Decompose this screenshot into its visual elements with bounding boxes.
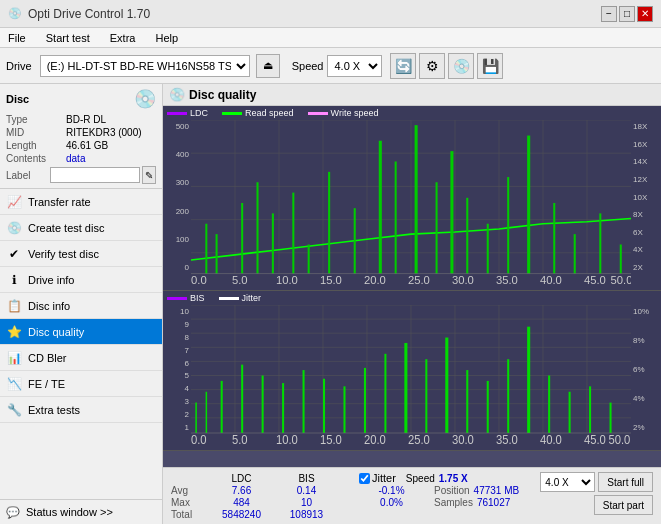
nav-label-cd-bler: CD Bler (28, 352, 67, 364)
disc-panel-title: Disc (6, 93, 29, 105)
app-title: Opti Drive Control 1.70 (28, 7, 150, 21)
svg-text:15.0: 15.0 (320, 274, 342, 286)
length-label: Length (6, 140, 66, 151)
total-bis: 108913 (274, 509, 339, 520)
nav-label-extra-tests: Extra tests (28, 404, 80, 416)
start-full-button[interactable]: Start full (598, 472, 653, 492)
nav-item-transfer-rate[interactable]: 📈 Transfer rate (0, 189, 162, 215)
menu-help[interactable]: Help (151, 30, 182, 46)
svg-text:35.0: 35.0 (496, 434, 518, 446)
svg-text:45.0: 45.0 (584, 274, 606, 286)
mid-label: MID (6, 127, 66, 138)
type-label: Type (6, 114, 66, 125)
samples-value: 761027 (477, 497, 510, 508)
status-window-label: Status window >> (26, 506, 113, 518)
drive-label: Drive (6, 60, 32, 72)
status-window-icon: 💬 (6, 506, 20, 519)
bis-legend-bis: BIS (167, 293, 205, 303)
svg-text:35.0: 35.0 (496, 274, 518, 286)
jitter-checkbox[interactable] (359, 473, 370, 484)
samples-label: Samples (434, 497, 473, 508)
svg-text:50.0 GB: 50.0 GB (611, 274, 631, 286)
nav-item-drive-info[interactable]: ℹ Drive info (0, 267, 162, 293)
chart-title: Disc quality (189, 88, 256, 102)
disc-button[interactable]: 💿 (448, 53, 474, 79)
ldc-header: LDC (209, 473, 274, 484)
disc-icon: 💿 (134, 88, 156, 110)
refresh-button[interactable]: 🔄 (390, 53, 416, 79)
close-button[interactable]: ✕ (637, 6, 653, 22)
menu-file[interactable]: File (4, 30, 30, 46)
disc-panel: Disc 💿 Type BD-R DL MID RITEKDR3 (000) L… (0, 84, 162, 189)
svg-text:5.0: 5.0 (232, 274, 248, 286)
nav-label-disc-info: Disc info (28, 300, 70, 312)
svg-text:5.0: 5.0 (232, 434, 248, 446)
svg-text:40.0: 40.0 (540, 434, 562, 446)
nav-item-disc-quality[interactable]: ⭐ Disc quality (0, 319, 162, 345)
bis-legend-jitter: Jitter (219, 293, 262, 303)
minimize-button[interactable]: − (601, 6, 617, 22)
nav-label-disc-quality: Disc quality (28, 326, 84, 338)
ldc-legend-read: Read speed (222, 108, 294, 118)
svg-text:30.0: 30.0 (452, 434, 474, 446)
svg-text:20.0: 20.0 (364, 434, 386, 446)
cd-bler-icon: 📊 (6, 350, 22, 366)
speed-select[interactable]: 4.0 X (327, 55, 382, 77)
svg-text:25.0: 25.0 (408, 434, 430, 446)
position-label: Position (434, 485, 470, 496)
speed-header: Speed (406, 473, 435, 484)
test-speed-select[interactable]: 4.0 X (540, 472, 595, 492)
titlebar: 💿 Opti Drive Control 1.70 − □ ✕ (0, 0, 661, 28)
label-input[interactable] (50, 167, 140, 183)
nav-item-disc-info[interactable]: 📋 Disc info (0, 293, 162, 319)
svg-text:30.0: 30.0 (452, 274, 474, 286)
eject-button[interactable]: ⏏ (256, 54, 280, 78)
max-bis: 10 (274, 497, 339, 508)
speed-header-value: 1.75 X (439, 473, 468, 484)
svg-text:0.0: 0.0 (191, 434, 207, 446)
nav-label-verify-test-disc: Verify test disc (28, 248, 99, 260)
nav-item-fe-te[interactable]: 📉 FE / TE (0, 371, 162, 397)
nav-item-create-test-disc[interactable]: 💿 Create test disc (0, 215, 162, 241)
nav-item-cd-bler[interactable]: 📊 CD Bler (0, 345, 162, 371)
drive-select[interactable]: (E:) HL-DT-ST BD-RE WH16NS58 TST4 (40, 55, 250, 77)
label-edit-button[interactable]: ✎ (142, 166, 156, 184)
contents-value: data (66, 153, 85, 164)
status-window-button[interactable]: 💬 Status window >> (0, 500, 162, 524)
ldc-legend-write: Write speed (308, 108, 379, 118)
nav-item-extra-tests[interactable]: 🔧 Extra tests (0, 397, 162, 423)
stats-area: LDC BIS Jitter Speed 1.75 X Avg 7.66 (163, 467, 661, 524)
nav-label-drive-info: Drive info (28, 274, 74, 286)
length-value: 46.61 GB (66, 140, 108, 151)
bis-chart: BIS Jitter 10 9 8 7 6 5 4 (163, 291, 661, 451)
svg-text:40.0: 40.0 (540, 274, 562, 286)
label-label: Label (6, 170, 50, 181)
bis-header: BIS (274, 473, 339, 484)
ldc-chart-svg: 0.0 5.0 10.0 15.0 20.0 25.0 30.0 35.0 40… (191, 120, 631, 286)
drive-info-icon: ℹ (6, 272, 22, 288)
total-label: Total (171, 509, 209, 520)
mid-value: RITEKDR3 (000) (66, 127, 142, 138)
avg-label: Avg (171, 485, 209, 496)
ldc-legend-ldc: LDC (167, 108, 208, 118)
chart-header-icon: 💿 (169, 87, 185, 102)
menu-extra[interactable]: Extra (106, 30, 140, 46)
svg-text:25.0: 25.0 (408, 274, 430, 286)
menubar: File Start test Extra Help (0, 28, 661, 48)
settings-button[interactable]: ⚙ (419, 53, 445, 79)
fe-te-icon: 📉 (6, 376, 22, 392)
menu-start-test[interactable]: Start test (42, 30, 94, 46)
nav-label-create-test-disc: Create test disc (28, 222, 104, 234)
svg-text:10.0: 10.0 (276, 274, 298, 286)
speed-label: Speed (292, 60, 324, 72)
type-value: BD-R DL (66, 114, 106, 125)
max-label: Max (171, 497, 209, 508)
maximize-button[interactable]: □ (619, 6, 635, 22)
jitter-checkbox-label[interactable]: Jitter (359, 472, 396, 484)
save-button[interactable]: 💾 (477, 53, 503, 79)
contents-label: Contents (6, 153, 66, 164)
nav-item-verify-test-disc[interactable]: ✔ Verify test disc (0, 241, 162, 267)
start-part-button[interactable]: Start part (594, 495, 653, 515)
app-icon: 💿 (8, 7, 22, 20)
verify-test-disc-icon: ✔ (6, 246, 22, 262)
